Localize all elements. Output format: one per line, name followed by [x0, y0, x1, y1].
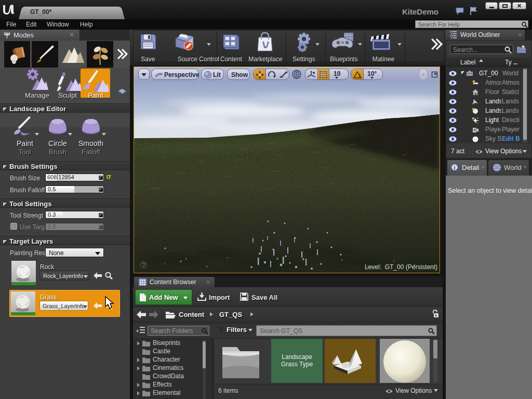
svg-text:i: i	[454, 165, 456, 170]
